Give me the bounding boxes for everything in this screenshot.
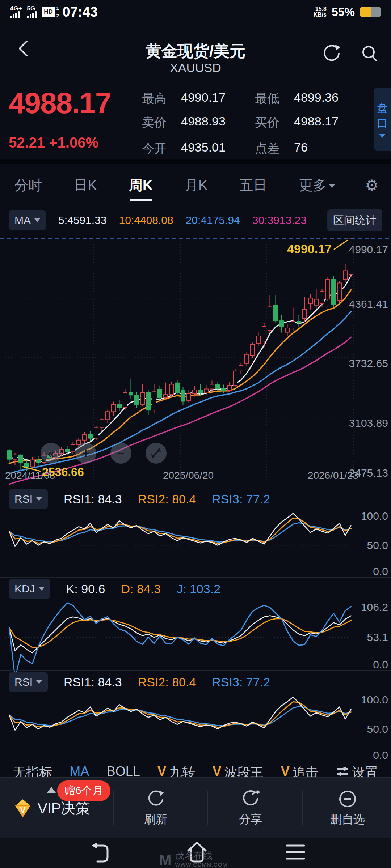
watermark-name: 茂名在线 <box>175 851 227 860</box>
nav-back-icon[interactable] <box>89 841 112 865</box>
svg-text:50.0: 50.0 <box>367 723 388 735</box>
indicator-tab-v9[interactable]: V九转 <box>157 764 195 777</box>
signal-5g-icon: 5G <box>27 6 37 18</box>
svg-text:53.1: 53.1 <box>367 631 388 643</box>
tab-timeline[interactable]: 分时 <box>12 169 44 202</box>
toolbar-divider <box>113 791 114 825</box>
svg-text:3732.65: 3732.65 <box>349 357 388 369</box>
kdj-j-value: J: 103.2 <box>177 582 220 596</box>
tab-monthly[interactable]: 月K <box>182 169 210 202</box>
svg-text:0.0: 0.0 <box>373 565 388 577</box>
tab-daily[interactable]: 日K <box>72 169 99 202</box>
indicator-tab-none[interactable]: 无指标 <box>13 764 52 777</box>
rsi1-value: RSI1: 84.3 <box>64 675 122 689</box>
svg-text:100.0: 100.0 <box>361 510 388 522</box>
bottom-toolbar: 赠6个月 V VIP决策 刷新 <box>0 777 391 839</box>
hd-volte-icon: HD 1 2 <box>42 7 55 17</box>
svg-text:3103.89: 3103.89 <box>349 417 388 429</box>
remove-watchlist-button[interactable]: 删自选 <box>330 789 365 827</box>
period-tab-bar: 分时 日K 周K 月K 五日 更多 ⚙ <box>0 164 391 206</box>
indicator-tab-vband[interactable]: V波段王 <box>213 764 263 777</box>
indicator-tab-row: 无指标 MA BOLL V九转 V波段王 V追击 设置 <box>0 764 391 777</box>
svg-text:0.0: 0.0 <box>373 659 388 671</box>
svg-text:2536.66: 2536.66 <box>42 465 84 478</box>
svg-text:0.0: 0.0 <box>373 749 388 761</box>
panel-divider <box>0 762 391 762</box>
refresh-button[interactable]: 刷新 <box>144 789 167 827</box>
tab-weekly[interactable]: 周K <box>127 169 155 202</box>
status-bar: 4G+ 5G HD 1 2 07:43 15.8KB/s 55% <box>0 0 391 22</box>
ma-selector-button[interactable]: MA <box>9 210 46 230</box>
kdj-k-value: K: 90.6 <box>66 582 105 596</box>
svg-text:2024/11/08: 2024/11/08 <box>5 470 55 481</box>
refresh-icon <box>146 789 165 809</box>
refresh-icon[interactable] <box>321 43 342 64</box>
svg-text:2026/01/23: 2026/01/23 <box>308 470 358 481</box>
zoom-out-button[interactable]: − <box>110 443 131 464</box>
depth-panel-tab[interactable]: 盘口 <box>374 88 391 151</box>
indicator-settings[interactable]: 设置 <box>336 764 378 777</box>
toolbar-divider <box>302 791 303 825</box>
stat-value: 4990.17 <box>181 90 226 107</box>
kdj-selector-button[interactable]: KDJ <box>9 579 50 599</box>
svg-text:4990.17: 4990.17 <box>349 243 388 255</box>
ma-indicator-bar: MA 5:4591.33 10:4408.08 20:4175.94 30:39… <box>0 208 391 232</box>
ma10-value: 10:4408.08 <box>119 214 173 226</box>
ma30-value: 30:3913.23 <box>252 214 307 226</box>
rsi-selector-button[interactable]: RSI <box>9 672 48 692</box>
stat-label: 今开 <box>142 140 181 157</box>
tab-5day[interactable]: 五日 <box>237 169 269 202</box>
collapse-handle-icon[interactable] <box>47 787 56 793</box>
header: 黄金现货/美元 XAUUSD <box>0 22 391 80</box>
chevron-down-icon <box>34 218 40 222</box>
last-price: 4988.17 <box>9 86 111 120</box>
expand-button[interactable] <box>146 443 167 464</box>
toolbar-divider <box>207 791 208 825</box>
tune-icon <box>336 766 349 777</box>
stat-value: 4988.17 <box>294 114 339 131</box>
rsi3-value: RSI3: 77.2 <box>212 492 270 506</box>
rsi2-value: RSI2: 80.4 <box>138 675 196 689</box>
svg-text:100.0: 100.0 <box>361 694 388 706</box>
svg-text:V: V <box>20 805 26 815</box>
signal-4g-icon: 4G+ <box>10 6 22 18</box>
svg-text:4990.17: 4990.17 <box>287 242 332 256</box>
depth-tab-label: 盘口 <box>377 101 388 131</box>
indicator-tab-ma[interactable]: MA <box>70 764 89 777</box>
rsi-selector-button[interactable]: RSI <box>9 489 48 509</box>
indicator-tab-vchase[interactable]: V追击 <box>281 764 319 777</box>
range-stats-button[interactable]: 区间统计 <box>327 209 382 231</box>
site-watermark: M 茂名在线 WWW.GDMM.COM <box>159 851 227 868</box>
tab-more[interactable]: 更多 <box>297 169 337 202</box>
jump-left-button[interactable]: « <box>41 443 62 464</box>
indicator-tab-boll[interactable]: BOLL <box>107 764 140 777</box>
share-button[interactable]: 分享 <box>239 789 262 827</box>
circle-minus-icon <box>338 789 357 809</box>
svg-text:50.0: 50.0 <box>367 539 388 551</box>
price-change: 52.21 +1.06% <box>9 135 98 151</box>
zoom-in-button[interactable]: ＋ <box>75 443 96 464</box>
chevron-down-icon <box>36 680 42 684</box>
gear-icon[interactable]: ⚙ <box>365 176 379 194</box>
nav-menu-icon[interactable] <box>285 843 306 863</box>
svg-text:2475.13: 2475.13 <box>349 467 388 479</box>
stat-value: 4988.93 <box>181 114 226 131</box>
rsi3-value: RSI3: 77.2 <box>212 675 270 689</box>
search-icon[interactable] <box>359 43 381 65</box>
stat-label: 卖价 <box>142 114 181 131</box>
quote-section: 4988.17 52.21 +1.06% 最高4990.17 最低4899.36… <box>0 80 391 159</box>
svg-text:4361.41: 4361.41 <box>349 298 388 310</box>
kdj-panel-header: KDJ K: 90.6 D: 84.3 J: 103.2 <box>0 579 391 599</box>
panel-divider <box>0 670 391 671</box>
rsi-panel-header: RSI RSI1: 84.3 RSI2: 80.4 RSI3: 77.2 <box>0 489 391 509</box>
ma5-value: 5:4591.33 <box>58 214 106 226</box>
rsi1-value: RSI1: 84.3 <box>64 492 122 506</box>
watermark-logo: M <box>159 852 171 868</box>
vip-gem-icon: V <box>12 798 33 819</box>
stat-label: 买价 <box>255 114 294 131</box>
expand-arrows-icon <box>150 447 162 459</box>
network-speed: 15.8KB/s <box>314 6 327 18</box>
ma20-value: 20:4175.94 <box>186 214 240 226</box>
stat-value: 4935.01 <box>181 140 226 157</box>
chevron-down-icon <box>329 184 335 188</box>
